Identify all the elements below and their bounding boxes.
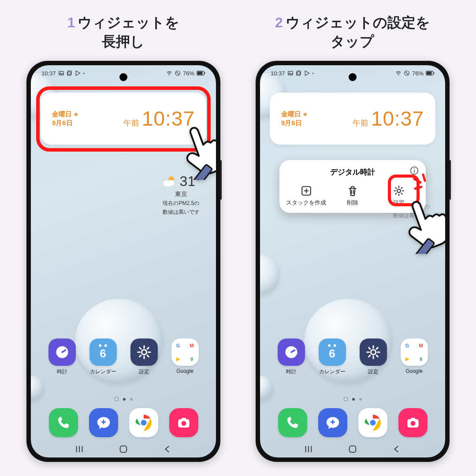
status-album-icon [67,70,73,76]
clock-widget[interactable]: 金曜日☀ 9月6日 午前 10:37 [270,93,435,145]
widget-date: 9月6日 [281,119,308,127]
step2-number: 2 [275,15,283,30]
calendar-day-number: 6 [329,347,335,361]
app-calendar-label: カレンダー [90,368,116,376]
app-row: 時計 • • 6 カレンダー 設定 GM▶9 [31,338,216,376]
step1-title: 1ウィジェットを 長押し [67,13,180,53]
status-more-dot [83,73,85,74]
pager-home[interactable] [115,397,119,401]
battery-icon [197,71,205,76]
google-folder-icon: GM▶9 [171,338,199,366]
google-folder-icon: GM▶9 [401,338,428,366]
nav-home[interactable] [348,444,357,454]
pager-dot[interactable] [359,398,362,401]
app-settings[interactable]: 設定 [126,338,162,376]
status-more-dot [312,73,314,74]
highlight-long-press [36,86,211,152]
svg-rect-44 [411,418,415,420]
svg-rect-47 [414,238,435,254]
pager-home[interactable] [344,397,348,401]
dock-messages[interactable] [89,408,118,437]
status-left: 10:37 [41,70,85,77]
step1-title-l1: ウィジェットを [78,15,179,30]
status-play-icon [304,70,310,76]
popup-delete-label: 削除 [347,199,358,207]
widget-time-block: 午前 10:37 [353,107,424,130]
nav-back[interactable] [392,444,402,454]
phone-frame-2: 10:37 76% 金曜日☀ 9月6日 [256,61,450,462]
page-indicator[interactable] [260,397,445,401]
no-signal-icon [175,70,181,76]
svg-rect-24 [288,71,293,75]
app-calendar-label: カレンダー [319,368,346,376]
svg-point-18 [141,420,146,426]
svg-rect-7 [205,72,205,74]
app-settings[interactable]: 設定 [356,338,391,376]
status-image-icon [58,70,64,76]
app-settings-label: 設定 [139,368,149,376]
pager-dot[interactable] [130,398,133,401]
wallpaper-bubble [31,376,44,400]
app-google-folder[interactable]: GM▶9 Google [397,338,432,376]
dock-phone[interactable] [278,408,307,437]
dock-messages[interactable] [318,408,347,437]
popup-stack-label: スタックを作成 [286,199,326,207]
svg-rect-8 [197,72,203,75]
popup-create-stack[interactable]: スタックを作成 [283,182,329,209]
calendar-day-number: 6 [100,347,106,361]
weather-icon [161,174,176,189]
widget-ampm: 午前 [353,118,368,128]
weather-line2: 数値は高いです [393,212,430,219]
app-google-label: Google [176,368,193,374]
screen-2[interactable]: 10:37 76% 金曜日☀ 9月6日 [260,65,445,457]
app-calendar[interactable]: • •6 カレンダー [315,338,350,376]
app-settings-label: 設定 [368,368,379,376]
dock [31,408,216,437]
svg-point-11 [167,180,174,186]
app-calendar[interactable]: • • 6 カレンダー [86,338,121,376]
app-clock[interactable]: 時計 [45,338,80,376]
step2-title-l2: タップ [331,33,374,49]
svg-rect-31 [434,72,435,74]
pager-dot-active[interactable] [352,398,355,401]
status-right: 76% [395,70,435,77]
no-signal-icon [404,70,410,76]
step1-title-l2: 長押し [102,33,145,49]
dock-chrome[interactable] [129,408,158,437]
nav-home[interactable] [119,444,128,454]
settings-app-icon [360,338,387,366]
nav-back[interactable] [163,444,172,454]
settings-app-icon [130,338,158,366]
dock-camera[interactable] [398,408,428,437]
nav-recents[interactable] [304,444,313,454]
app-clock-label: 時計 [57,368,67,376]
app-row: 時計 • •6 カレンダー 設定 GM▶9 Google [260,338,445,376]
weather-city: 東京 [161,190,201,198]
dock-camera[interactable] [169,408,198,437]
weather-line1: 現在のPM2.5の [161,200,201,207]
dock-phone[interactable] [49,408,78,437]
app-clock[interactable]: 時計 [274,338,309,376]
screen-1[interactable]: 10:37 76% 金曜日☀ 9月6日 [31,65,216,457]
popup-delete[interactable]: 削除 [329,182,376,209]
pager-dot-active[interactable] [123,398,126,401]
svg-point-42 [370,420,376,426]
app-google-folder[interactable]: GM▶9 Google [167,338,203,376]
wallpaper-bubble [260,376,273,400]
svg-point-21 [181,421,186,426]
weather-line2: 数値は高いです [161,209,201,216]
widget-date-block: 金曜日☀ 9月6日 [281,110,308,128]
svg-point-28 [398,75,399,76]
widget-time: 10:37 [371,107,424,130]
phone-frame-1: 10:37 76% 金曜日☀ 9月6日 [26,61,220,462]
nav-recents[interactable] [74,444,84,454]
weather-widget[interactable]: 31° 東京 現在のPM2.5の 数値は高いです [161,173,201,216]
clock-app-icon [278,338,305,366]
calendar-app-icon: • •6 [319,338,346,366]
trash-icon [347,185,358,197]
page-indicator[interactable] [31,397,216,401]
wallpaper-bubble [260,255,280,294]
clock-app-icon [48,338,76,366]
svg-point-45 [410,421,415,426]
dock-chrome[interactable] [358,408,387,437]
